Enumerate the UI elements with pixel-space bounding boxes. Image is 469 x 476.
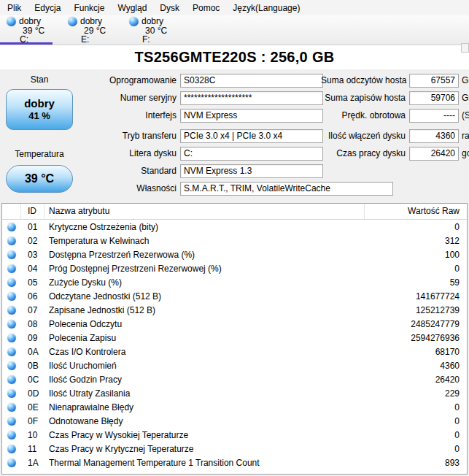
- smart-attribute-table: ID Nazwa atrybutu Wartość Raw 01 Krytycz…: [1, 203, 468, 475]
- smart-attribute-row[interactable]: 01 Krytyczne Ostrzeżenia (bity) 0: [2, 220, 467, 234]
- detail-value: C:: [180, 147, 323, 161]
- smart-attribute-row[interactable]: 11 Czas Pracy w Krytycznej Teperaturze 0: [2, 442, 467, 456]
- smart-attribute-row[interactable]: 05 Zużycie Dysku (%) 59: [2, 275, 467, 289]
- attribute-name: Thermal Management Temperature 1 Transit…: [44, 458, 365, 468]
- temperature-text: 39 °C: [25, 172, 54, 185]
- attribute-id: 10: [21, 430, 44, 440]
- drive-tab[interactable]: dobry 29 °C E:: [61, 15, 123, 45]
- attribute-name: Ilość Godzin Pracy: [44, 375, 365, 385]
- health-status-button[interactable]: dobry 41 %: [6, 89, 73, 130]
- detail-value: S0328C: [180, 74, 323, 88]
- attribute-name: Ilość Uruchomień: [44, 361, 365, 371]
- attribute-id: 03: [21, 250, 44, 260]
- drive-letter-label: F:: [142, 35, 184, 45]
- attribute-raw-value: 2594276936: [365, 333, 467, 343]
- attribute-id: 04: [21, 264, 44, 274]
- detail-value: ********************: [180, 91, 323, 105]
- attribute-status-icon: [7, 334, 16, 342]
- smart-attribute-row[interactable]: 0A Czas I/O Kontrolera 68170: [2, 345, 467, 358]
- detail-value: NVM Express 1.3: [180, 164, 323, 178]
- attribute-status-icon: [7, 306, 16, 315]
- attribute-id: 0D: [21, 388, 44, 399]
- title-band: TS256GMTE220S : 256,0 GB: [0, 45, 469, 69]
- detail-label: Numer seryjny: [71, 93, 178, 103]
- smart-attribute-row[interactable]: 06 Odczytane Jednostki (512 B) 141677724: [2, 289, 467, 303]
- smart-attribute-row[interactable]: 02 Temperatura w Kelwinach 312: [2, 234, 467, 247]
- attribute-name: Krytyczne Ostrzeżenia (bity): [44, 222, 365, 232]
- smart-attribute-row[interactable]: 07 Zapisane Jednostki (512 B) 125212739: [2, 303, 467, 317]
- detail-row: Czas pracy dysku 26420 godzin: [321, 145, 469, 162]
- attribute-status-icon: [7, 375, 16, 384]
- attribute-raw-value: 26420: [365, 375, 467, 385]
- attribute-name: Odnotowane Błędy: [44, 416, 365, 426]
- menu-item[interactable]: Dysk: [153, 1, 186, 15]
- smart-attribute-row[interactable]: 0C Ilość Godzin Pracy 26420: [2, 372, 467, 386]
- attribute-raw-value: 125212739: [365, 305, 467, 315]
- attribute-raw-value: 0: [365, 222, 467, 232]
- detail-value: 26420: [409, 147, 459, 161]
- attribute-raw-value: 100: [365, 250, 467, 260]
- attribute-status-icon: [7, 403, 16, 412]
- attribute-id: 0E: [21, 402, 44, 412]
- smart-attribute-row[interactable]: 04 Próg Dostępnej Przestrzeni Rezerwowej…: [2, 261, 467, 275]
- drive-health-icon: [68, 17, 77, 26]
- menu-item[interactable]: Funkcje: [67, 1, 111, 15]
- attribute-id: 0C: [21, 375, 44, 385]
- menu-item[interactable]: Plik: [1, 1, 28, 15]
- detail-row: Ilość włączeń dysku 4360 razy: [321, 127, 469, 145]
- smart-attribute-row[interactable]: 0E Nienaprawialne Błędy 0: [2, 400, 467, 414]
- attribute-status-icon: [7, 264, 16, 273]
- attribute-status-icon: [7, 389, 16, 398]
- attribute-id: 0F: [21, 416, 44, 426]
- attribute-raw-value: 59: [365, 277, 467, 288]
- menu-item[interactable]: Język(Language): [226, 1, 306, 15]
- smart-attribute-row[interactable]: 0B Ilość Uruchomień 4360: [2, 358, 467, 372]
- detail-value: S.M.A.R.T., TRIM, VolatileWriteCache: [180, 182, 393, 196]
- smart-attribute-row[interactable]: 08 Polecenia Odczytu 2485247779: [2, 317, 467, 331]
- detail-unit: GB: [462, 75, 469, 85]
- smart-attribute-row[interactable]: 09 Polecenia Zapisu 2594276936: [2, 331, 467, 345]
- temperature-section-label: Temperatura: [6, 149, 73, 159]
- attribute-raw-value: 0: [365, 416, 467, 426]
- attribute-name: Czas Pracy w Wysokiej Teperaturze: [44, 430, 365, 440]
- drive-health-icon: [7, 17, 16, 26]
- drive-tab[interactable]: dobry 30 °C F:: [123, 15, 184, 45]
- attribute-raw-value: 0: [365, 430, 467, 440]
- attribute-name: Nienaprawialne Błędy: [44, 402, 365, 412]
- detail-label: Litera dysku: [71, 148, 178, 158]
- attribute-status-icon: [7, 223, 16, 231]
- attribute-status-icon: [7, 417, 16, 426]
- detail-value: 67557: [409, 74, 459, 88]
- detail-label: Interfejs: [71, 110, 178, 120]
- detail-label: Czas pracy dysku: [321, 148, 407, 158]
- detail-label: Oprogramowanie: [71, 75, 178, 85]
- detail-label: Standard: [71, 166, 178, 176]
- detail-value: ----: [409, 109, 459, 123]
- header-status-column: [2, 204, 21, 219]
- detail-label: Tryb transferu: [71, 131, 178, 141]
- smart-attribute-row[interactable]: 0D Ilość Utraty Zasilania 229: [2, 386, 467, 400]
- detail-row: Standard NVM Express 1.3: [71, 162, 393, 180]
- smart-attribute-row[interactable]: 10 Czas Pracy w Wysokiej Teperaturze 0: [2, 428, 467, 442]
- drive-tab[interactable]: dobry 39 °C C:: [0, 15, 61, 45]
- menu-item[interactable]: Pomoc: [186, 1, 226, 15]
- attribute-name: Polecenia Odczytu: [44, 319, 365, 329]
- attribute-raw-value: 68170: [365, 347, 467, 357]
- menu-item[interactable]: Wygląd: [111, 1, 153, 15]
- drive-info-panel: Stan dobry 41 % Temperatura 39 °C Oprogr…: [0, 69, 469, 203]
- detail-value: PCIe 3.0 x4 | PCIe 3.0 x4: [180, 129, 323, 143]
- menu-bar: PlikEdycjaFunkcjeWyglądDyskPomocJęzyk(La…: [0, 0, 469, 15]
- menu-item[interactable]: Edycja: [28, 1, 67, 15]
- smart-attribute-row[interactable]: 1A Thermal Management Temperature 1 Tran…: [2, 456, 467, 469]
- attribute-status-icon: [7, 278, 16, 287]
- attribute-name: Czas I/O Kontrolera: [44, 347, 365, 357]
- attribute-status-icon: [7, 348, 16, 356]
- detail-label: Własności: [71, 183, 178, 193]
- attribute-name: Zapisane Jednostki (512 B): [44, 305, 365, 315]
- drive-model-title: TS256GMTE220S : 256,0 GB: [135, 49, 335, 66]
- smart-attribute-row[interactable]: 03 Dostępna Przestrzeń Rezerwowa (%) 100: [2, 247, 467, 261]
- header-raw-value: Wartość Raw: [365, 204, 467, 219]
- smart-attribute-row[interactable]: 0F Odnotowane Błędy 0: [2, 414, 467, 428]
- attribute-name: Próg Dostępnej Przestrzeni Rezerwowej (%…: [44, 264, 365, 274]
- attribute-name: Czas Pracy w Krytycznej Teperaturze: [44, 444, 365, 454]
